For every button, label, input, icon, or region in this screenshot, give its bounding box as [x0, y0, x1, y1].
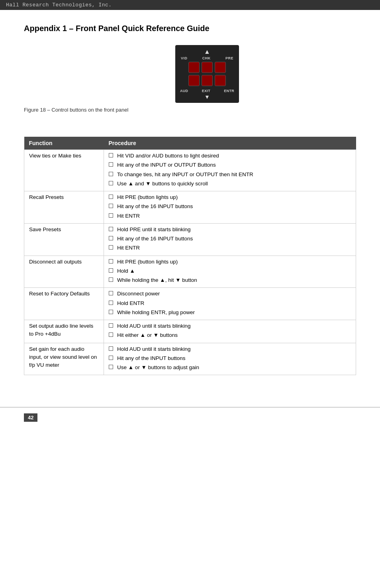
step-text: Hit any of the 16 INPUT buttons	[117, 235, 193, 243]
function-name: Reset to Factory Defaults	[29, 291, 90, 297]
step-text: Hit PRE (button lights up)	[117, 258, 178, 266]
table-row: Disconnect all outputsHit PRE (button li…	[24, 256, 356, 288]
function-name: View ties or Make ties	[29, 153, 81, 159]
procedure-cell: Hold AUD until it starts blinkingHit eit…	[104, 320, 356, 343]
function-name: Disconnect all outputs	[29, 259, 82, 265]
list-item: Hold AUD until it starts blinking	[109, 322, 351, 330]
aud-button[interactable]	[188, 75, 200, 86]
list-item: Hit any of the 16 INPUT buttons	[109, 203, 351, 210]
step-text: Hit any of the INPUT buttons	[117, 354, 186, 362]
step-text: To change ties, hit any INPUT or OUTPUT …	[117, 171, 253, 179]
step-text: Use ▲ and ▼ buttons to quickly scroll	[117, 180, 208, 188]
exit-button[interactable]	[202, 75, 213, 86]
bullet-square-icon	[109, 365, 113, 369]
step-text: Hold AUD until it starts blinking	[117, 322, 191, 330]
list-item: Disconnect power	[109, 290, 351, 298]
procedure-cell: Disconnect powerHold ENTRWhile holding E…	[104, 288, 356, 320]
bullet-square-icon	[109, 172, 113, 176]
chk-button[interactable]	[202, 62, 213, 73]
step-text: Hit PRE (button lights up)	[117, 193, 178, 201]
list-item: Hit either ▲ or ▼ buttons	[109, 331, 351, 339]
device-labels-bottom: AUD EXIT ENTR	[179, 89, 235, 93]
step-list: Hold PRE until it starts blinkingHit any…	[109, 226, 351, 252]
bullet-square-icon	[109, 277, 113, 282]
step-text: Hit ENTR	[117, 244, 140, 252]
bullet-square-icon	[109, 259, 113, 264]
procedure-cell: Hold PRE until it starts blinkingHit any…	[104, 223, 356, 256]
pre-button[interactable]	[215, 62, 226, 73]
function-cell: Set output audio line levels to Pro +4dB…	[24, 320, 104, 343]
bullet-square-icon	[109, 227, 113, 231]
bullet-square-icon	[109, 310, 113, 314]
table-row: Set output audio line levels to Pro +4dB…	[24, 320, 356, 343]
top-arrow-icon: ▲	[204, 48, 210, 55]
bullet-square-icon	[109, 162, 113, 167]
step-text: Use ▲ or ▼ buttons to adjust gain	[117, 364, 199, 372]
table-header: Function Procedure	[24, 137, 356, 150]
device-image: ▲ VID CHK PRE AUD EXIT ENTR ▼	[175, 45, 239, 103]
step-text: Hit VID and/or AUD buttons to light desi…	[117, 152, 219, 160]
step-list: Hit VID and/or AUD buttons to light desi…	[109, 152, 351, 188]
bullet-square-icon	[109, 332, 113, 337]
entr-button[interactable]	[215, 75, 226, 86]
function-cell: Recall Presets	[24, 191, 104, 224]
list-item: Hold ▲	[109, 267, 351, 275]
list-item: Hold ENTR	[109, 299, 351, 307]
list-item: Hit any of the 16 INPUT buttons	[109, 235, 351, 243]
col-function: Function	[24, 137, 104, 150]
list-item: Hit any of the INPUT buttons	[109, 354, 351, 362]
list-item: Use ▲ or ▼ buttons to adjust gain	[109, 364, 351, 372]
main-content: Appendix 1 – Front Panel Quick Reference…	[0, 10, 380, 391]
list-item: Hit any of the INPUT or OUTPUT Buttons	[109, 161, 351, 169]
bullet-square-icon	[109, 181, 113, 185]
step-text: Hold AUD until it starts blinking	[117, 345, 191, 353]
step-list: Hold AUD until it starts blinkingHit eit…	[109, 322, 351, 340]
procedure-cell: Hold AUD until it starts blinkingHit any…	[104, 343, 356, 375]
step-text: Hit any of the 16 INPUT buttons	[117, 203, 193, 210]
bullet-square-icon	[109, 268, 113, 273]
page-title: Appendix 1 – Front Panel Quick Reference…	[24, 24, 356, 33]
list-item: To change ties, hit any INPUT or OUTPUT …	[109, 171, 351, 179]
list-item: Hit PRE (button lights up)	[109, 193, 351, 201]
bullet-square-icon	[109, 245, 113, 250]
function-name: Recall Presets	[29, 194, 64, 200]
list-item: Hold PRE until it starts blinking	[109, 226, 351, 234]
step-text: While holding ENTR, plug power	[117, 309, 195, 317]
col-procedure: Procedure	[104, 137, 356, 150]
bullet-square-icon	[109, 356, 113, 360]
step-list: Hold AUD until it starts blinkingHit any…	[109, 345, 351, 372]
step-text: Hold PRE until it starts blinking	[117, 226, 191, 234]
header-text: Hall Research Technologies, Inc.	[6, 2, 112, 8]
step-text: Hit ENTR	[117, 212, 140, 220]
device-labels-top: VID CHK PRE	[179, 56, 235, 60]
table-row: Recall PresetsHit PRE (button lights up)…	[24, 191, 356, 224]
procedure-cell: Hit VID and/or AUD buttons to light desi…	[104, 150, 356, 191]
step-text: Disconnect power	[117, 290, 160, 298]
bullet-square-icon	[109, 153, 113, 157]
list-item: Hit VID and/or AUD buttons to light desi…	[109, 152, 351, 160]
list-item: Hit ENTR	[109, 212, 351, 220]
table-row: View ties or Make tiesHit VID and/or AUD…	[24, 150, 356, 191]
function-name: Save Presets	[29, 226, 61, 232]
step-list: Hit PRE (button lights up)Hold ▲While ho…	[109, 258, 351, 285]
bottom-arrow-icon: ▼	[204, 94, 210, 100]
device-buttons-top	[188, 62, 226, 73]
bullet-square-icon	[109, 195, 113, 199]
function-name: Set output audio line levels to Pro +4dB…	[29, 323, 93, 337]
function-cell: Disconnect all outputs	[24, 256, 104, 288]
step-text: Hit any of the INPUT or OUTPUT Buttons	[117, 161, 216, 169]
step-text: Hold ENTR	[117, 299, 144, 307]
bullet-square-icon	[109, 204, 113, 208]
function-cell: View ties or Make ties	[24, 150, 104, 191]
bullet-square-icon	[109, 323, 113, 328]
list-item: Hit PRE (button lights up)	[109, 258, 351, 266]
function-cell: Reset to Factory Defaults	[24, 288, 104, 320]
header-bar: Hall Research Technologies, Inc.	[0, 0, 380, 10]
table-row: Reset to Factory DefaultsDisconnect powe…	[24, 288, 356, 320]
bullet-square-icon	[109, 291, 113, 295]
vid-button[interactable]	[188, 62, 200, 73]
bullet-square-icon	[109, 301, 113, 305]
list-item: Hold AUD until it starts blinking	[109, 345, 351, 353]
bullet-square-icon	[109, 236, 113, 240]
step-list: Disconnect powerHold ENTRWhile holding E…	[109, 290, 351, 317]
